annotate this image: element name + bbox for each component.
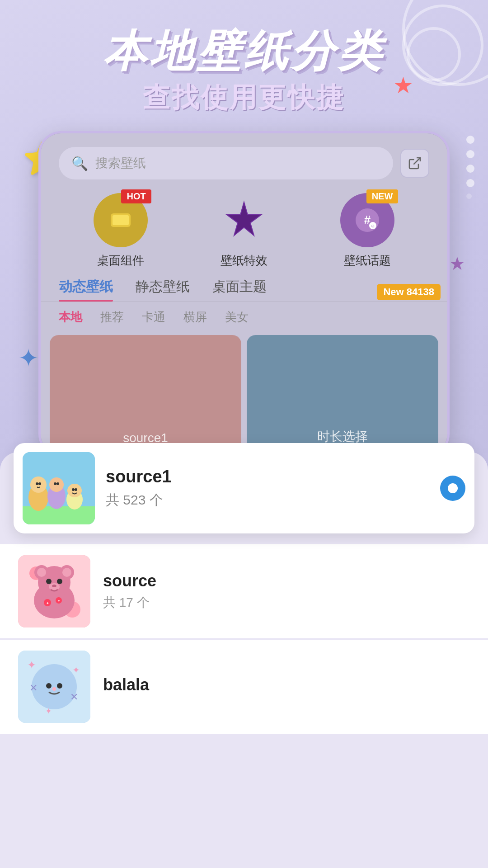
svg-rect-8 — [23, 506, 95, 524]
balala-name: balala — [103, 675, 470, 694]
radio-inner — [448, 483, 458, 493]
category-topic[interactable]: NEW # ☺ 壁纸话题 — [340, 193, 394, 269]
list-item-source1-card[interactable]: source1 共 523 个 — [14, 443, 474, 533]
source1-name: source1 — [106, 467, 429, 486]
svg-text:✦: ✦ — [45, 707, 52, 716]
desk-widget-icon — [107, 209, 134, 231]
share-button[interactable] — [400, 149, 429, 178]
source-name: source — [103, 571, 470, 590]
svg-text:✕: ✕ — [70, 691, 78, 703]
grid-item-source1[interactable]: source1 — [50, 335, 241, 454]
list-item-source[interactable]: ✦ ✦ source 共 17 个 — [0, 544, 488, 638]
svg-point-12 — [49, 477, 64, 492]
svg-point-20 — [75, 488, 77, 491]
star-blue-icon: ✦ — [18, 344, 39, 373]
grid-item-duration[interactable]: 时长选择 — [247, 335, 438, 454]
svg-point-46 — [57, 683, 62, 689]
subtab-cartoon[interactable]: 卡通 — [142, 307, 165, 328]
svg-point-28 — [37, 568, 46, 577]
search-bar-container: 🔍 搜索壁纸 — [41, 133, 447, 189]
svg-point-45 — [46, 683, 52, 689]
svg-point-15 — [36, 482, 38, 485]
source1-count: 共 523 个 — [106, 491, 429, 509]
svg-point-18 — [56, 482, 59, 485]
tab-static[interactable]: 静态壁纸 — [136, 278, 190, 302]
search-icon: 🔍 — [71, 156, 88, 171]
search-bar[interactable]: 🔍 搜索壁纸 — [59, 147, 393, 179]
category-row: HOT 桌面组件 壁纸特效 — [41, 189, 447, 278]
svg-point-19 — [72, 488, 75, 491]
topic-icon: # ☺ — [354, 207, 381, 234]
svg-text:☺: ☺ — [371, 223, 375, 228]
svg-text:✦: ✦ — [46, 601, 49, 605]
svg-point-47 — [52, 687, 56, 691]
cat-topic-label: 壁纸话题 — [344, 253, 391, 269]
hot-badge: HOT — [121, 189, 151, 203]
effect-icon — [221, 198, 267, 243]
star-purple-icon: ★ — [449, 253, 465, 274]
dots-decoration — [466, 136, 474, 199]
svg-point-17 — [54, 482, 56, 485]
source-count: 共 17 个 — [103, 594, 470, 611]
tab-dynamic[interactable]: 动态壁纸 — [59, 278, 113, 302]
source1-radio[interactable] — [440, 476, 465, 501]
source-info: source 共 17 个 — [103, 571, 470, 611]
svg-text:✦: ✦ — [57, 599, 61, 603]
header-section: 本地壁纸分类 查找使用更快捷 — [0, 27, 488, 116]
tab-desktop-theme[interactable]: 桌面主题 — [212, 278, 267, 302]
svg-text:✦: ✦ — [72, 665, 80, 675]
source1-thumbnail — [23, 452, 95, 524]
list-items-container: ✦ ✦ source 共 17 个 ✦ ✦ ✦ ✕ ✕ — [0, 542, 488, 735]
balala-illustration: ✦ ✦ ✦ ✕ ✕ — [18, 651, 90, 723]
svg-point-39 — [32, 664, 77, 709]
category-desk[interactable]: HOT 桌面组件 — [94, 193, 148, 269]
svg-point-10 — [30, 476, 47, 493]
main-title: 本地壁纸分类 — [0, 27, 488, 75]
lotso-illustration: ✦ ✦ — [18, 555, 90, 627]
search-placeholder: 搜索壁纸 — [95, 155, 146, 172]
subtab-landscape[interactable]: 横屏 — [183, 307, 207, 328]
sub-tabs: 本地 推荐 卡通 横屏 美女 — [41, 307, 447, 328]
svg-point-31 — [57, 579, 62, 584]
subtab-recommend[interactable]: 推荐 — [100, 307, 124, 328]
category-effect[interactable]: 壁纸特效 — [217, 193, 271, 269]
svg-point-14 — [67, 484, 82, 497]
svg-point-16 — [38, 482, 41, 485]
content-grid: source1 时长选择 — [41, 335, 447, 454]
source1-info: source1 共 523 个 — [106, 467, 429, 509]
source-thumbnail: ✦ ✦ — [18, 555, 90, 627]
list-item-balala[interactable]: ✦ ✦ ✦ ✕ ✕ balala — [0, 640, 488, 734]
cat-desk-label: 桌面组件 — [97, 253, 144, 269]
subtab-beauty[interactable]: 美女 — [225, 307, 249, 328]
svg-point-30 — [46, 579, 52, 584]
new-badge: NEW — [366, 189, 399, 203]
svg-text:✕: ✕ — [29, 682, 38, 693]
svg-line-0 — [413, 158, 420, 165]
balala-thumbnail: ✦ ✦ ✦ ✕ ✕ — [18, 651, 90, 723]
new-84138-badge: New 84138 — [377, 284, 441, 300]
sub-title: 查找使用更快捷 — [0, 80, 488, 116]
balala-info: balala — [103, 675, 470, 698]
svg-point-33 — [52, 585, 56, 587]
svg-text:✦: ✦ — [27, 659, 36, 671]
shinchan-illustration — [23, 452, 95, 524]
subtab-local[interactable]: 本地 — [59, 307, 82, 328]
cat-effect-label: 壁纸特效 — [221, 253, 267, 269]
svg-point-29 — [62, 568, 71, 577]
svg-rect-2 — [113, 215, 129, 225]
